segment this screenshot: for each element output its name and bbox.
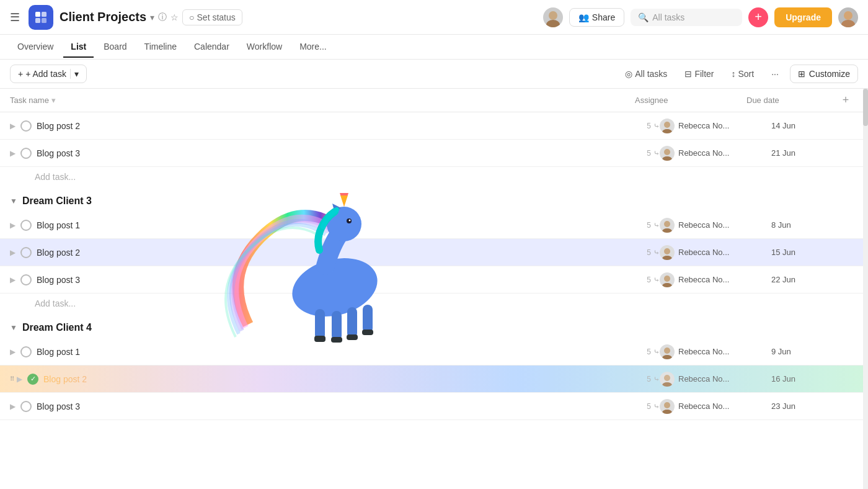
task-status-circle-checked[interactable]: ✓	[27, 374, 38, 385]
table-row-selected[interactable]: ⠿ ▶ ✓ Blog post 2 5 ⤷ Rebecca No... 16 J…	[0, 366, 868, 393]
task-name-label: Blog post 2	[43, 374, 642, 384]
add-task-dropdown-icon[interactable]: ▾	[70, 69, 79, 79]
table-row[interactable]: ▶ Blog post 1 5 ⤷ Rebecca No... 8 Jun	[0, 212, 868, 239]
assignee-avatar	[660, 146, 675, 161]
section-collapse-icon[interactable]: ▼	[10, 197, 17, 205]
table-header: Task name ▾ Assignee Due date +	[0, 89, 868, 112]
expand-icon[interactable]: ▶	[10, 248, 16, 257]
expand-icon[interactable]: ▶	[10, 348, 16, 356]
tab-board[interactable]: Board	[96, 37, 134, 58]
upgrade-button[interactable]: Upgrade	[774, 7, 832, 27]
assignee-avatar	[660, 399, 675, 414]
assignee-name: Rebecca No...	[678, 374, 729, 384]
tab-calendar[interactable]: Calendar	[187, 37, 237, 58]
filter-button[interactable]: ⊟ Filter	[678, 65, 720, 83]
assignee-name: Rebecca No...	[678, 402, 729, 411]
scrollbar-thumb[interactable]	[863, 89, 868, 126]
svg-point-14	[664, 248, 670, 254]
tab-overview[interactable]: Overview	[10, 37, 61, 58]
task-count: 5	[647, 375, 651, 384]
search-box[interactable]: 🔍 All tasks	[631, 9, 742, 26]
svg-point-10	[664, 149, 670, 155]
assignee-name: Rebecca No...	[678, 248, 729, 257]
assignee-name: Rebecca No...	[678, 347, 729, 356]
svg-rect-0	[35, 12, 40, 17]
assignee-avatar	[660, 119, 675, 133]
subtask-icon: ⤷	[653, 276, 660, 284]
team-avatar[interactable]	[543, 7, 563, 27]
svg-point-19	[662, 355, 672, 359]
assignee-cell: Rebecca No...	[660, 372, 771, 387]
due-date-cell: 15 Jun	[771, 248, 858, 257]
toolbar: + + Add task ▾ ◎ All tasks ⊟ Filter ↕ So…	[0, 60, 868, 89]
all-tasks-filter[interactable]: ◎ All tasks	[619, 65, 673, 83]
expand-icon[interactable]: ▶	[10, 149, 16, 158]
table-row[interactable]: ▶ Blog post 3 5 ⤷ Rebecca No... 22 Jun	[0, 266, 868, 294]
search-icon: 🔍	[638, 12, 649, 22]
task-count: 5	[647, 122, 651, 130]
assignee-cell: Rebecca No...	[660, 272, 771, 287]
tab-more[interactable]: More...	[292, 37, 334, 58]
task-status-circle[interactable]	[20, 120, 32, 132]
user-avatar[interactable]	[838, 7, 858, 27]
assignee-cell: Rebecca No...	[660, 245, 771, 260]
task-status-circle[interactable]	[20, 401, 32, 412]
svg-point-5	[546, 20, 560, 27]
chevron-down-icon[interactable]: ▾	[150, 12, 154, 22]
task-status-circle[interactable]	[20, 220, 32, 231]
assignee-avatar	[660, 218, 675, 233]
svg-point-16	[664, 276, 670, 282]
drag-handle-icon[interactable]: ⠿	[10, 375, 14, 382]
add-task-button[interactable]: + + Add task ▾	[10, 65, 87, 83]
app-header: ☰ Client Projects ▾ ⓘ ☆ ○ Set status 👥 S…	[0, 0, 868, 35]
info-icon[interactable]: ⓘ	[158, 12, 167, 23]
table-row[interactable]: ▶ Blog post 1 5 ⤷ Rebecca No... 9 Jun	[0, 338, 868, 366]
expand-icon[interactable]: ▶	[10, 402, 16, 411]
svg-point-18	[664, 348, 670, 354]
hamburger-icon[interactable]: ☰	[10, 11, 20, 24]
tab-list[interactable]: List	[63, 37, 94, 58]
due-date-cell: 23 Jun	[771, 402, 858, 411]
table-row[interactable]: ▶ Blog post 3 5 ⤷ Rebecca No... 21 Jun	[0, 140, 868, 167]
assignee-name: Rebecca No...	[678, 275, 729, 284]
add-button[interactable]: +	[748, 7, 768, 27]
task-status-circle[interactable]	[20, 247, 32, 258]
add-task-inline[interactable]: Add task...	[0, 294, 868, 313]
table-row[interactable]: ▶ Blog post 2 5 ⤷ Rebecca No... 15 Jun	[0, 239, 868, 266]
svg-point-9	[662, 129, 672, 133]
expand-icon[interactable]: ▶	[10, 122, 16, 130]
task-name-label: Blog post 3	[37, 402, 642, 411]
expand-icon[interactable]: ▶	[17, 375, 22, 384]
task-status-circle[interactable]	[20, 346, 32, 357]
table-row[interactable]: ▶ Blog post 2 5 ⤷ Rebecca No... 14 Jun	[0, 112, 868, 140]
svg-point-15	[662, 256, 672, 260]
add-task-inline[interactable]: Add task...	[0, 167, 868, 187]
customize-button[interactable]: ⊞ Customize	[790, 65, 858, 83]
task-status-circle[interactable]	[20, 148, 32, 159]
assignee-cell: Rebecca No...	[660, 344, 771, 359]
set-status-button[interactable]: ○ Set status	[182, 9, 242, 25]
task-name-label: Blog post 2	[37, 248, 642, 258]
svg-point-6	[844, 11, 852, 20]
more-options-button[interactable]: ···	[765, 65, 785, 83]
expand-icon[interactable]: ▶	[10, 276, 16, 284]
expand-icon[interactable]: ▶	[10, 221, 16, 230]
section-collapse-icon[interactable]: ▼	[10, 323, 17, 332]
table-row[interactable]: ▶ Blog post 3 5 ⤷ Rebecca No... 23 Jun	[0, 393, 868, 420]
task-count: 5	[647, 402, 651, 411]
due-date-cell: 8 Jun	[771, 220, 858, 230]
column-sort-icon[interactable]: ▾	[51, 96, 56, 105]
sort-button[interactable]: ↕ Sort	[725, 65, 761, 83]
tab-workflow[interactable]: Workflow	[239, 37, 290, 58]
subtask-icon: ⤷	[653, 149, 660, 158]
add-column-button[interactable]: +	[833, 94, 858, 107]
task-status-circle[interactable]	[20, 274, 32, 285]
assignee-cell: Rebecca No...	[660, 399, 771, 414]
due-date-cell: 21 Jun	[771, 148, 858, 158]
share-button[interactable]: 👥 Share	[569, 8, 624, 27]
star-icon[interactable]: ☆	[170, 12, 179, 22]
subtask-icon: ⤷	[653, 221, 660, 230]
assignee-cell: Rebecca No...	[660, 119, 771, 133]
tab-timeline[interactable]: Timeline	[137, 37, 184, 58]
section-dream-client-3: ▼ Dream Client 3	[0, 187, 868, 212]
